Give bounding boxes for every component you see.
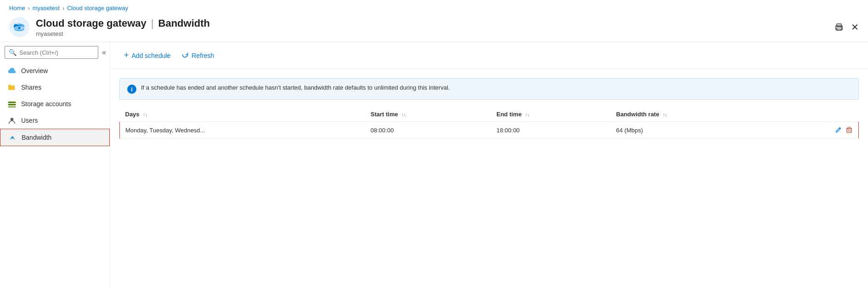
search-icon: 🔍 (9, 49, 17, 56)
storage-icon (7, 99, 17, 108)
header-title: Cloud storage gateway | Bandwidth (36, 17, 210, 29)
content-area: + Add schedule Refresh i If a schedule h… (110, 42, 868, 288)
svg-rect-12 (8, 106, 16, 108)
table-container: Days ↑↓ Start time ↑↓ End time ↑↓ Band (119, 107, 859, 139)
row-actions-cell (778, 122, 858, 139)
header-resource-name: Cloud storage gateway (36, 17, 147, 29)
refresh-button[interactable]: Refresh (177, 48, 219, 63)
breadcrumb-home[interactable]: Home (9, 5, 25, 11)
table-body: Monday, Tuesday, Wednesd... 08:00:00 18:… (120, 122, 859, 139)
sidebar-item-storage-accounts[interactable]: Storage accounts (0, 96, 110, 112)
col-end-time: End time ↑↓ (491, 107, 611, 122)
svg-point-9 (841, 27, 842, 28)
bandwidth-icon (8, 133, 17, 142)
search-input[interactable] (19, 49, 94, 56)
breadcrumb-sep-2: › (62, 5, 64, 11)
resource-icon (9, 17, 29, 37)
sidebar-item-overview[interactable]: Overview (0, 63, 110, 79)
breadcrumb-sep-1: › (28, 5, 30, 11)
sort-start-time-icon[interactable]: ↑↓ (401, 112, 406, 117)
users-icon (7, 116, 17, 125)
delete-button[interactable] (845, 126, 853, 134)
info-banner-text: If a schedule has ended and another sche… (141, 84, 450, 91)
folder-icon (7, 83, 17, 92)
print-button[interactable] (834, 23, 844, 32)
svg-rect-7 (837, 24, 841, 27)
row-end-time: 18:00:00 (491, 122, 611, 139)
table-row: Monday, Tuesday, Wednesd... 08:00:00 18:… (120, 122, 859, 139)
row-actions (784, 126, 853, 134)
sidebar-item-users[interactable]: Users (0, 112, 110, 129)
search-box: 🔍 (5, 46, 98, 59)
breadcrumb-cloud-storage-gateway[interactable]: Cloud storage gateway (67, 5, 128, 11)
svg-rect-16 (847, 129, 851, 133)
add-icon: + (124, 51, 129, 60)
refresh-label: Refresh (192, 52, 214, 59)
breadcrumb-myasetest[interactable]: myasetest (33, 5, 60, 11)
sidebar-item-shares-label: Shares (21, 84, 41, 91)
col-start-time: Start time ↑↓ (365, 107, 491, 122)
info-banner: i If a schedule has ended and another sc… (119, 78, 859, 100)
toolbar: + Add schedule Refresh (110, 42, 868, 69)
bandwidth-table: Days ↑↓ Start time ↑↓ End time ↑↓ Band (119, 107, 859, 139)
edit-button[interactable] (834, 126, 842, 134)
svg-rect-10 (8, 102, 16, 103)
col-days: Days ↑↓ (120, 107, 365, 122)
collapse-button[interactable]: « (100, 48, 108, 57)
add-schedule-button[interactable]: + Add schedule (119, 48, 175, 63)
header-actions: ✕ (834, 23, 859, 32)
page-header: Cloud storage gateway | Bandwidth myaset… (0, 14, 868, 42)
svg-rect-11 (8, 104, 16, 105)
info-icon: i (127, 85, 136, 94)
sidebar-item-shares[interactable]: Shares (0, 79, 110, 96)
row-start-time: 08:00:00 (365, 122, 491, 139)
sidebar-item-overview-label: Overview (21, 67, 48, 74)
svg-point-5 (18, 27, 20, 29)
sort-end-time-icon[interactable]: ↑↓ (525, 112, 530, 117)
header-subtitle: myasetest (36, 30, 210, 37)
sort-days-icon[interactable]: ↑↓ (143, 112, 147, 117)
close-button[interactable]: ✕ (851, 23, 859, 32)
svg-point-13 (11, 118, 14, 121)
col-actions (778, 107, 858, 122)
sidebar-item-bandwidth-label: Bandwidth (22, 134, 51, 141)
sort-bandwidth-icon[interactable]: ↑↓ (663, 112, 667, 117)
header-pipe: | (151, 17, 154, 29)
header-page-name: Bandwidth (158, 17, 210, 29)
sidebar-item-users-label: Users (21, 117, 38, 124)
sidebar-item-storage-accounts-label: Storage accounts (21, 100, 71, 108)
sidebar: 🔍 « Overview Shares (0, 42, 110, 288)
sidebar-item-bandwidth[interactable]: Bandwidth (0, 129, 110, 146)
row-bandwidth-rate: 64 (Mbps) (611, 122, 779, 139)
refresh-icon (181, 51, 189, 60)
cloud-icon (7, 66, 17, 75)
add-schedule-label: Add schedule (132, 52, 171, 59)
header-title-block: Cloud storage gateway | Bandwidth myaset… (36, 17, 210, 37)
header-left: Cloud storage gateway | Bandwidth myaset… (9, 17, 210, 37)
row-days: Monday, Tuesday, Wednesd... (120, 122, 365, 139)
main-layout: 🔍 « Overview Shares (0, 42, 868, 288)
breadcrumb: Home › myasetest › Cloud storage gateway (0, 0, 868, 14)
col-bandwidth-rate: Bandwidth rate ↑↓ (611, 107, 779, 122)
table-header: Days ↑↓ Start time ↑↓ End time ↑↓ Band (120, 107, 859, 122)
search-row: 🔍 « (0, 46, 110, 63)
